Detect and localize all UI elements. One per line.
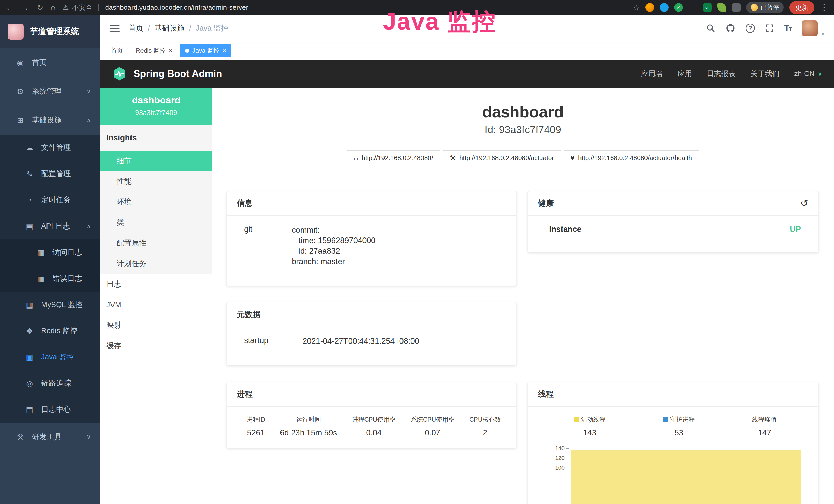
- sidebar-item-redis-monitor[interactable]: ❖ Redis 监控: [0, 318, 100, 344]
- menu-item-mappings[interactable]: 映射: [100, 315, 212, 336]
- menu-item-jvm[interactable]: JVM: [100, 295, 212, 315]
- history-icon[interactable]: ↺: [800, 198, 808, 209]
- sidebar-item-label: 日志中心: [41, 404, 71, 415]
- sba-main: dashboard Id: 93a3fc7f7409 ⌂ http://192.…: [213, 88, 834, 504]
- page-title: dashboard: [226, 103, 820, 121]
- menu-item-config-props[interactable]: 配置属性: [100, 233, 212, 253]
- sidebar-item-label: 访问日志: [52, 247, 82, 257]
- chrome-update-button[interactable]: 更新: [789, 1, 814, 14]
- app-title: 芋道管理系统: [30, 26, 79, 37]
- nav-journal[interactable]: 日志报表: [707, 69, 736, 78]
- browser-menu-icon[interactable]: ⋮: [820, 3, 828, 12]
- extension-icon[interactable]: on: [703, 3, 712, 12]
- instance-header[interactable]: dashboard 93a3fc7f7409: [100, 88, 212, 125]
- annotation-java-monitor: Java 监控: [383, 6, 497, 38]
- process-stat: 运行时间 6d 23h 15m 59s: [280, 415, 337, 437]
- instance-links: ⌂ http://192.168.0.2:48080/ ⚒ http://192…: [226, 151, 820, 165]
- tab-home[interactable]: 首页: [106, 44, 128, 57]
- health-url-link[interactable]: ♥ http://192.168.0.2:48080/actuator/heal…: [564, 151, 699, 165]
- back-icon[interactable]: ←: [6, 3, 14, 12]
- metadata-key: startup: [244, 336, 303, 355]
- nav-wallboard[interactable]: 应用墙: [641, 69, 663, 78]
- menu-item-metrics[interactable]: 性能: [100, 171, 212, 192]
- sidebar-item-access-logs[interactable]: ▥ 访问日志: [0, 239, 100, 266]
- sba-brand: Spring Boot Admin: [134, 68, 222, 79]
- sidebar-item-trace[interactable]: ◎ 链路追踪: [0, 370, 100, 396]
- bookmark-star-icon[interactable]: ☆: [633, 3, 640, 12]
- extension-icon[interactable]: [645, 3, 654, 12]
- extension-icon[interactable]: [688, 3, 697, 12]
- reload-icon[interactable]: ↻: [37, 3, 43, 12]
- sidebar-item-label: 定时任务: [41, 195, 71, 205]
- sidebar-item-log-center[interactable]: ▤ 日志中心: [0, 396, 100, 422]
- sidebar-item-dev-tools[interactable]: ⚒ 研发工具 ∨: [0, 422, 100, 451]
- section-title: Insights: [100, 125, 212, 151]
- toolbox-icon: ⚒: [16, 433, 25, 442]
- sidebar-item-mysql-monitor[interactable]: ▦ MySQL 监控: [0, 292, 100, 318]
- monitor-icon: ▣: [25, 353, 35, 362]
- card-title: 元数据: [226, 302, 516, 327]
- link-text: http://192.168.0.2:48080/actuator/health: [578, 154, 692, 162]
- sidebar-item-error-logs[interactable]: ▥ 错误日志: [0, 266, 100, 292]
- close-tab-icon[interactable]: ×: [169, 47, 172, 54]
- paused-badge[interactable]: 已暂停: [746, 2, 784, 13]
- error-log-icon: ▥: [36, 274, 46, 283]
- sidebar-item-label: 文件管理: [41, 142, 71, 153]
- y-tick: 100: [545, 464, 569, 471]
- locale-select[interactable]: zh-CN ∨: [794, 70, 822, 78]
- health-card: 健康 ↺ Instance UP: [527, 191, 818, 252]
- sidebar-item-file-management[interactable]: ☁ 文件管理: [0, 135, 100, 161]
- service-url-link[interactable]: ⌂ http://192.168.0.2:48080/: [347, 151, 440, 165]
- y-tick: 140: [545, 445, 569, 452]
- sidebar-item-system-management[interactable]: ⚙ 系统管理 ∨: [0, 77, 100, 106]
- extension-icon[interactable]: [732, 3, 741, 12]
- fullscreen-icon[interactable]: [765, 24, 774, 32]
- sidebar-item-api-logs[interactable]: ▤ API 日志 ∧: [0, 213, 100, 239]
- help-icon[interactable]: ?: [746, 24, 755, 33]
- menu-item-caches[interactable]: 缓存: [100, 336, 212, 356]
- tab-redis-monitor[interactable]: Redis 监控 ×: [131, 44, 177, 57]
- close-tab-icon[interactable]: ×: [222, 47, 226, 54]
- menu-item-details[interactable]: 细节: [100, 151, 212, 171]
- menu-item-beans[interactable]: 类: [100, 212, 212, 233]
- menu-item-scheduled-tasks[interactable]: 计划任务: [100, 253, 212, 274]
- tags-view: 首页 Redis 监控 × Java 监控 ×: [100, 42, 834, 60]
- breadcrumb-home[interactable]: 首页: [128, 23, 143, 33]
- info-card: 信息 git commit: time: 1596289704000 id: 2…: [226, 191, 517, 286]
- breadcrumb-infrastructure[interactable]: 基础设施: [155, 23, 184, 33]
- cloud-icon: ☁: [25, 143, 35, 152]
- breadcrumb-separator: /: [148, 24, 150, 32]
- smiley-icon: [751, 4, 758, 11]
- extension-icon[interactable]: [717, 3, 726, 12]
- forward-icon[interactable]: →: [21, 3, 29, 12]
- legend-active-threads: 活动线程 143: [574, 415, 606, 437]
- clock-icon: ◔: [25, 196, 35, 204]
- menu-item-environment[interactable]: 环境: [100, 192, 212, 212]
- info-key: git: [244, 225, 292, 275]
- sidebar-item-home[interactable]: ◉ 首页: [0, 48, 100, 77]
- address-bar[interactable]: ⚠ 不安全 dashboard.yudao.iocoder.cn/infra/a…: [63, 3, 248, 12]
- sidebar-item-label: 系统管理: [32, 86, 62, 96]
- browser-home-icon[interactable]: ⌂: [50, 3, 56, 12]
- sidebar-item-java-monitor[interactable]: ▣ Java 监控: [0, 344, 100, 370]
- extension-icon[interactable]: ✓: [674, 3, 683, 12]
- menu-item-loggers[interactable]: 日志: [100, 274, 212, 295]
- sidebar-item-infrastructure[interactable]: ⊞ 基础设施 ∧: [0, 106, 100, 135]
- search-icon[interactable]: [706, 24, 715, 33]
- app-logo-row[interactable]: 芋道管理系统: [0, 15, 100, 48]
- sidebar-item-scheduled-tasks[interactable]: ◔ 定时任务: [0, 187, 100, 213]
- nav-about[interactable]: 关于我们: [750, 69, 779, 78]
- process-stat: 进程CPU使用率 0.04: [352, 415, 396, 437]
- font-size-icon[interactable]: TT: [784, 24, 791, 33]
- extension-icon[interactable]: [660, 3, 668, 12]
- avatar[interactable]: [802, 20, 817, 36]
- tab-java-monitor[interactable]: Java 监控 ×: [180, 44, 231, 57]
- hamburger-icon[interactable]: [110, 25, 120, 32]
- avatar-caret-icon[interactable]: ▾: [822, 31, 824, 37]
- threads-card: 线程 活动线程 143: [527, 382, 818, 504]
- edit-icon: ✎: [25, 169, 35, 179]
- nav-applications[interactable]: 应用: [678, 69, 692, 78]
- github-icon[interactable]: [726, 23, 736, 33]
- sidebar-item-config-management[interactable]: ✎ 配置管理: [0, 161, 100, 187]
- actuator-url-link[interactable]: ⚒ http://192.168.0.2:48080/actuator: [443, 151, 561, 165]
